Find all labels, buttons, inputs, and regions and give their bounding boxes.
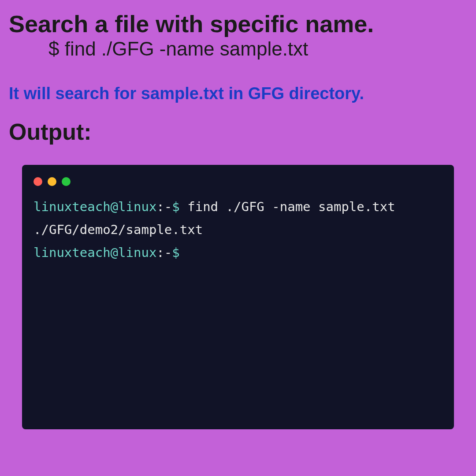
prompt-dollar: $ <box>172 245 179 260</box>
command-output: ./GFG/demo2/sample.txt <box>33 222 203 237</box>
example-command: $ find ./GFG -name sample.txt <box>48 38 467 60</box>
command-description: It will search for sample.txt in GFG dir… <box>9 84 467 103</box>
tutorial-card: Search a file with specific name. $ find… <box>0 0 476 429</box>
output-heading: Output: <box>9 119 467 145</box>
prompt-user: linuxteach@linux <box>33 245 156 260</box>
maximize-icon <box>62 177 71 186</box>
close-icon <box>33 177 42 186</box>
minimize-icon <box>48 177 56 186</box>
terminal-line: linuxteach@linux:-$ <box>33 245 443 260</box>
prompt-separator: :- <box>156 245 172 260</box>
prompt-dollar: $ <box>172 199 179 214</box>
prompt-separator: :- <box>156 199 172 214</box>
terminal-line: linuxteach@linux:-$ find ./GFG -name sam… <box>33 199 443 214</box>
command-text: find ./GFG -name sample.txt <box>180 199 395 214</box>
prompt-user: linuxteach@linux <box>33 199 156 214</box>
section-title: Search a file with specific name. <box>9 11 467 37</box>
window-controls <box>33 177 443 186</box>
terminal-line: ./GFG/demo2/sample.txt <box>33 222 443 237</box>
terminal-window: linuxteach@linux:-$ find ./GFG -name sam… <box>22 165 454 429</box>
